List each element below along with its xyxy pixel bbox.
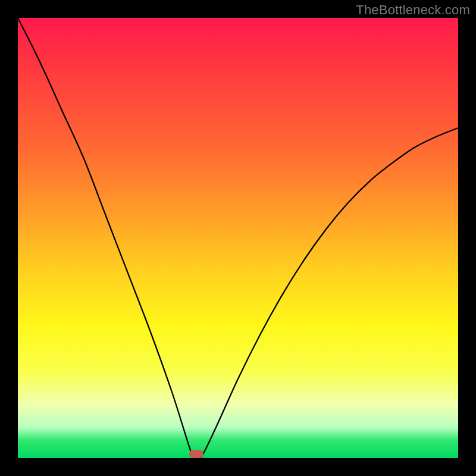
plot-area xyxy=(18,18,458,458)
watermark-text: TheBottleneck.com xyxy=(356,2,470,18)
minimum-marker xyxy=(189,450,203,458)
chart-frame: TheBottleneck.com xyxy=(0,0,476,476)
bottleneck-curve xyxy=(18,18,458,458)
